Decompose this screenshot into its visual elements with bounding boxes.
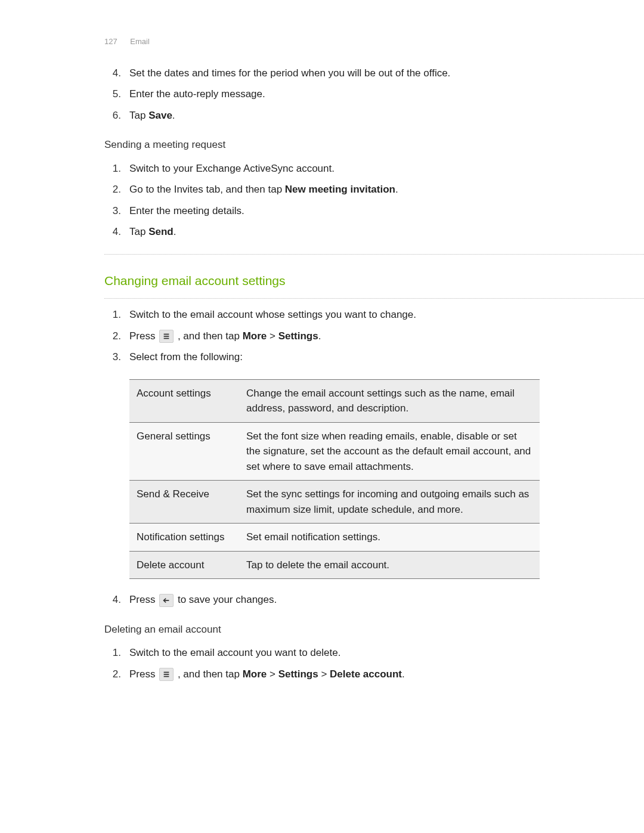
new-meeting-label: New meeting invitation xyxy=(285,184,395,195)
step-number: 2. xyxy=(104,182,129,197)
list-item: 5. Enter the auto-reply message. xyxy=(104,86,540,102)
list-item: 4. Set the dates and times for the perio… xyxy=(104,66,540,81)
table-row: Delete account Tap to delete the email a… xyxy=(129,551,540,579)
list-item: 3. Enter the meeting details. xyxy=(104,203,540,219)
out-of-office-steps: 4. Set the dates and times for the perio… xyxy=(104,66,540,123)
step-number: 4. xyxy=(104,66,129,81)
subheading-deleting-account: Deleting an email account xyxy=(104,622,540,637)
text-fragment: Tap xyxy=(129,226,148,237)
text-fragment: > xyxy=(267,668,278,680)
list-item: 4. Press to save your changes. xyxy=(104,592,540,608)
page-number: 127 xyxy=(104,37,117,46)
step-text: Enter the meeting details. xyxy=(129,203,540,219)
step-number: 1. xyxy=(104,645,129,661)
step-text: Switch to your Exchange ActiveSync accou… xyxy=(129,161,540,176)
text-fragment: Press xyxy=(129,594,158,605)
step-number: 3. xyxy=(104,203,129,219)
step-number: 4. xyxy=(104,224,129,240)
menu-icon xyxy=(159,330,174,343)
step-number: 5. xyxy=(104,86,129,102)
text-fragment: Press xyxy=(129,668,158,680)
step-text: Switch to the email account whose settin… xyxy=(129,307,540,323)
text-fragment: . xyxy=(174,226,177,237)
more-label: More xyxy=(243,668,267,680)
list-item: 1. Switch to the email account you want … xyxy=(104,645,540,661)
step-text: Tap Send. xyxy=(129,224,540,240)
save-label: Save xyxy=(148,110,172,121)
header-section: Email xyxy=(130,37,150,46)
text-fragment: Tap xyxy=(129,110,148,121)
setting-desc: Tap to delete the email account. xyxy=(239,551,540,579)
step-text: Press , and then tap More > Settings. xyxy=(129,329,540,344)
table-row: Send & Receive Set the sync settings for… xyxy=(129,481,540,524)
page-header: 127 Email xyxy=(104,36,540,48)
list-item: 2. Press , and then tap More > Settings. xyxy=(104,329,540,344)
deleting-account-steps: 1. Switch to the email account you want … xyxy=(104,645,540,682)
text-fragment: . xyxy=(318,330,321,342)
setting-desc: Set the sync settings for incoming and o… xyxy=(239,481,540,524)
list-item: 2. Go to the Invites tab, and then tap N… xyxy=(104,182,540,197)
changing-settings-steps: 1. Switch to the email account whose set… xyxy=(104,307,540,365)
sending-meeting-steps: 1. Switch to your Exchange ActiveSync ac… xyxy=(104,161,540,240)
step-number: 1. xyxy=(104,161,129,176)
document-page: 127 Email 4. Set the dates and times for… xyxy=(0,0,644,833)
text-fragment: Go to the Invites tab, and then tap xyxy=(129,184,285,195)
list-item: 1. Switch to the email account whose set… xyxy=(104,307,540,323)
list-item: 2. Press , and then tap More > Settings … xyxy=(104,667,540,682)
setting-desc: Set email notification settings. xyxy=(239,524,540,552)
back-icon xyxy=(159,594,174,607)
table-row: Account settings Change the email accoun… xyxy=(129,379,540,422)
setting-name: Send & Receive xyxy=(129,481,239,524)
step-text: Press , and then tap More > Settings > D… xyxy=(129,667,540,682)
step-text: Enter the auto-reply message. xyxy=(129,86,540,102)
step-text: Select from the following: xyxy=(129,349,540,365)
step-number: 2. xyxy=(104,329,129,344)
text-fragment: Press xyxy=(129,330,158,342)
changing-settings-step4: 4. Press to save your changes. xyxy=(104,592,540,608)
step-text: Tap Save. xyxy=(129,108,540,123)
setting-name: General settings xyxy=(129,422,239,481)
settings-label: Settings xyxy=(278,668,318,680)
step-number: 1. xyxy=(104,307,129,323)
list-item: 1. Switch to your Exchange ActiveSync ac… xyxy=(104,161,540,176)
divider xyxy=(104,298,644,299)
delete-account-label: Delete account xyxy=(330,668,402,680)
step-number: 3. xyxy=(104,349,129,365)
table-row: General settings Set the font size when … xyxy=(129,422,540,481)
text-fragment: . xyxy=(172,110,175,121)
list-item: 4. Tap Send. xyxy=(104,224,540,240)
text-fragment: > xyxy=(318,668,330,680)
text-fragment: > xyxy=(267,330,278,342)
step-text: Go to the Invites tab, and then tap New … xyxy=(129,182,540,197)
step-number: 2. xyxy=(104,667,129,682)
setting-desc: Set the font size when reading emails, e… xyxy=(239,422,540,481)
list-item: 3. Select from the following: xyxy=(104,349,540,365)
table-row: Notification settings Set email notifica… xyxy=(129,524,540,552)
more-label: More xyxy=(243,330,267,342)
divider xyxy=(104,254,644,255)
step-text: Set the dates and times for the period w… xyxy=(129,66,540,81)
settings-label: Settings xyxy=(278,330,318,342)
text-fragment: to save your changes. xyxy=(178,594,277,605)
step-text: Press to save your changes. xyxy=(129,592,540,608)
send-label: Send xyxy=(148,226,174,237)
subheading-sending-meeting: Sending a meeting request xyxy=(104,137,540,153)
step-text: Switch to the email account you want to … xyxy=(129,645,540,661)
list-item: 6. Tap Save. xyxy=(104,108,540,123)
text-fragment: , and then tap xyxy=(178,668,243,680)
setting-desc: Change the email account settings such a… xyxy=(239,379,540,422)
text-fragment: . xyxy=(402,668,405,680)
section-title-changing-settings: Changing email account settings xyxy=(104,271,540,290)
step-number: 4. xyxy=(104,592,129,608)
setting-name: Notification settings xyxy=(129,524,239,552)
settings-table: Account settings Change the email accoun… xyxy=(129,379,540,580)
setting-name: Account settings xyxy=(129,379,239,422)
text-fragment: . xyxy=(395,184,398,195)
menu-icon xyxy=(159,668,174,681)
text-fragment: , and then tap xyxy=(178,330,243,342)
setting-name: Delete account xyxy=(129,551,239,579)
step-number: 6. xyxy=(104,108,129,123)
